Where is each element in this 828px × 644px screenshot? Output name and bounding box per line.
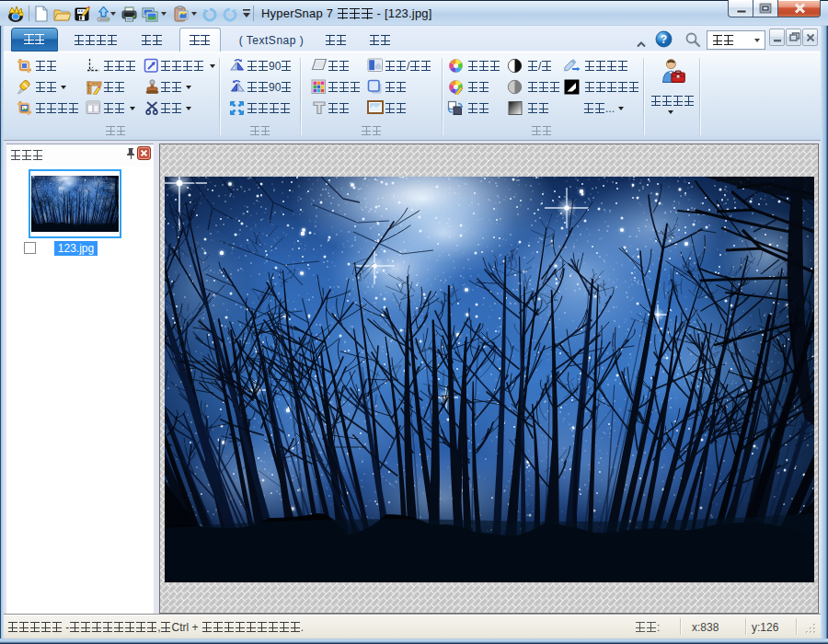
svg-text:?: ? xyxy=(661,33,667,46)
